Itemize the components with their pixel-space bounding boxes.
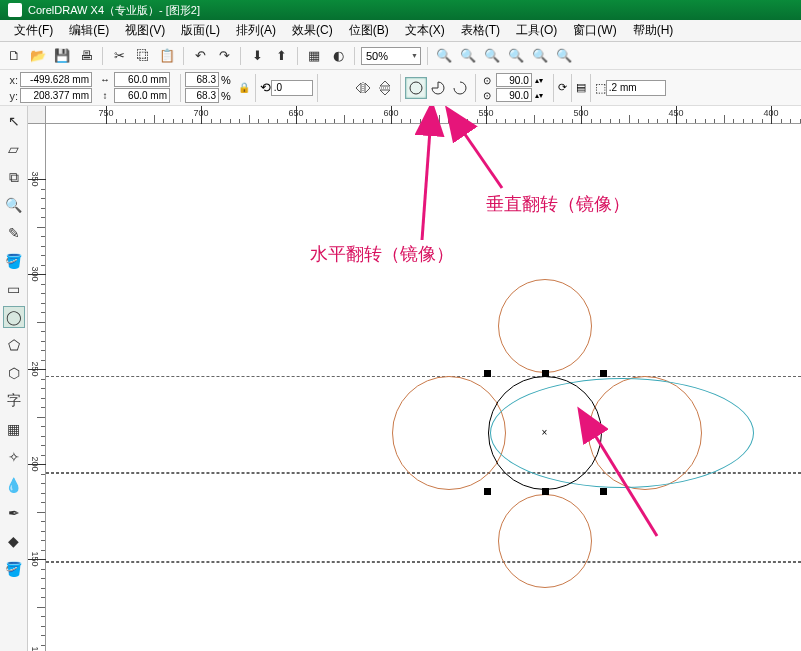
ruler-corner[interactable] [28, 106, 46, 124]
smart-fill-tool[interactable]: 🪣 [3, 250, 25, 272]
app-logo-icon [8, 3, 22, 17]
copy-icon[interactable]: ⿻ [133, 46, 153, 66]
open-icon[interactable]: 📂 [28, 46, 48, 66]
horizontal-ruler[interactable]: 750700650600550500450400350 [46, 106, 801, 124]
interactive-fill-tool[interactable]: 🪣 [3, 558, 25, 580]
menu-bitmap[interactable]: 位图(B) [341, 20, 397, 41]
spinner-icon[interactable]: ▴▾ [535, 76, 543, 85]
basic-shapes-tool[interactable]: ⬡ [3, 362, 25, 384]
direction-icon[interactable]: ⟳ [558, 81, 567, 94]
annotation-v-flip: 垂直翻转（镜像） [486, 192, 630, 216]
rotation-icon: ⟲ [260, 80, 271, 95]
text-tool[interactable]: 字 [3, 390, 25, 412]
zoom-page-icon[interactable]: 🔍 [554, 46, 574, 66]
menu-edit[interactable]: 编辑(E) [61, 20, 117, 41]
drawing-canvas[interactable]: × ◆•• [46, 124, 801, 651]
menu-effects[interactable]: 效果(C) [284, 20, 341, 41]
eyedropper-tool[interactable]: 💧 [3, 474, 25, 496]
y-label: y: [4, 90, 18, 102]
zoom-fit-icon[interactable]: 🔍 [482, 46, 502, 66]
circle-bottom[interactable] [498, 494, 592, 588]
menu-window[interactable]: 窗口(W) [565, 20, 624, 41]
y-position-input[interactable]: 208.377 mm [20, 88, 92, 103]
selection-handle[interactable] [484, 370, 491, 377]
ruler-tick-label: 750 [98, 108, 113, 118]
vertical-ruler[interactable]: 350300250200150100 [28, 124, 46, 651]
selection-handle[interactable] [600, 488, 607, 495]
arc-start-input[interactable]: 90.0 [496, 73, 532, 87]
crop-tool[interactable]: ⧉ [3, 166, 25, 188]
selection-handle[interactable] [600, 370, 607, 377]
welcome-icon[interactable]: ◐ [328, 46, 348, 66]
mirror-vertical-button[interactable] [374, 77, 396, 99]
rotation-input[interactable]: .0 [271, 80, 313, 96]
ruler-tick-label: 500 [573, 108, 588, 118]
percent-label: % [221, 74, 231, 86]
polygon-tool[interactable]: ⬠ [3, 334, 25, 356]
app-launcher-icon[interactable]: ▦ [304, 46, 324, 66]
ruler-tick-label: 100 [30, 646, 40, 651]
zoom-height-icon[interactable]: 🔍 [530, 46, 550, 66]
circle-top[interactable] [498, 279, 592, 373]
fill-tool[interactable]: ◆ [3, 530, 25, 552]
scale-y-input[interactable]: 68.3 [185, 88, 219, 103]
arc-icon [452, 80, 468, 96]
menu-view[interactable]: 视图(V) [117, 20, 173, 41]
scale-x-input[interactable]: 68.3 [185, 72, 219, 87]
ellipse-icon [408, 80, 424, 96]
zoom-tool[interactable]: 🔍 [3, 194, 25, 216]
rectangle-tool[interactable]: ▭ [3, 278, 25, 300]
print-icon[interactable]: 🖶 [76, 46, 96, 66]
height-input[interactable]: 60.0 mm [114, 88, 170, 103]
menu-bar: 文件(F) 编辑(E) 视图(V) 版面(L) 排列(A) 效果(C) 位图(B… [0, 20, 801, 42]
menu-file[interactable]: 文件(F) [6, 20, 61, 41]
table-tool[interactable]: ▦ [3, 418, 25, 440]
freehand-tool[interactable]: ✎ [3, 222, 25, 244]
mirror-v-icon [378, 79, 392, 97]
pie-icon [430, 80, 446, 96]
outline-tool[interactable]: ✒ [3, 502, 25, 524]
cut-icon[interactable]: ✂ [109, 46, 129, 66]
paste-icon[interactable]: 📋 [157, 46, 177, 66]
import-icon[interactable]: ⬇ [247, 46, 267, 66]
selection-handle[interactable] [542, 488, 549, 495]
pick-tool[interactable]: ↖ [3, 110, 25, 132]
zoom-in-icon[interactable]: 🔍 [434, 46, 454, 66]
selection-handle[interactable] [542, 370, 549, 377]
canvas-area: 750700650600550500450400350 350300250200… [28, 106, 801, 651]
undo-icon[interactable]: ↶ [190, 46, 210, 66]
menu-arrange[interactable]: 排列(A) [228, 20, 284, 41]
x-position-input[interactable]: -499.628 mm [20, 72, 92, 87]
width-input[interactable]: 60.0 mm [114, 72, 170, 87]
arc-type-button[interactable] [449, 77, 471, 99]
export-icon[interactable]: ⬆ [271, 46, 291, 66]
wrap-text-icon[interactable]: ▤ [576, 81, 586, 94]
menu-text[interactable]: 文本(X) [397, 20, 453, 41]
ellipse-tool[interactable]: ◯ [3, 306, 25, 328]
selection-center[interactable]: × [540, 428, 549, 437]
new-icon[interactable]: 🗋 [4, 46, 24, 66]
ruler-tick-label: 150 [30, 551, 40, 566]
shape-tool[interactable]: ▱ [3, 138, 25, 160]
ellipse-type-button[interactable] [405, 77, 427, 99]
outline-width-input[interactable]: .2 mm [606, 80, 666, 96]
mirror-horizontal-button[interactable] [352, 77, 374, 99]
ruler-tick-label: 700 [193, 108, 208, 118]
guide-line[interactable] [46, 562, 801, 563]
menu-layout[interactable]: 版面(L) [173, 20, 228, 41]
zoom-width-icon[interactable]: 🔍 [506, 46, 526, 66]
zoom-level-input[interactable]: 50% [361, 47, 421, 65]
redo-icon[interactable]: ↷ [214, 46, 234, 66]
guide-line[interactable] [46, 376, 801, 377]
dimension-tool[interactable]: ✧ [3, 446, 25, 468]
arc-end-input[interactable]: 90.0 [496, 88, 532, 102]
zoom-out-icon[interactable]: 🔍 [458, 46, 478, 66]
lock-ratio-icon[interactable]: 🔒 [237, 81, 251, 95]
pie-type-button[interactable] [427, 77, 449, 99]
menu-help[interactable]: 帮助(H) [625, 20, 682, 41]
selection-handle[interactable] [484, 488, 491, 495]
menu-table[interactable]: 表格(T) [453, 20, 508, 41]
menu-tools[interactable]: 工具(O) [508, 20, 565, 41]
spinner-icon[interactable]: ▴▾ [535, 91, 543, 100]
save-icon[interactable]: 💾 [52, 46, 72, 66]
